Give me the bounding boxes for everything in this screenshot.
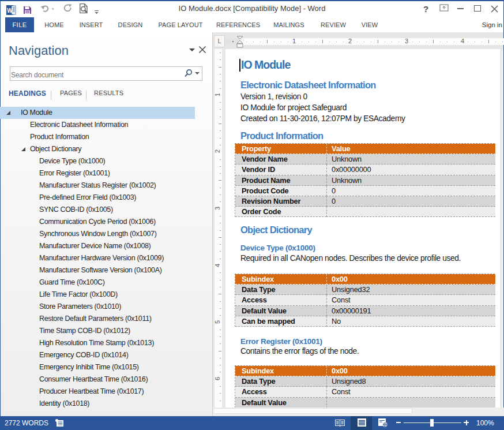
- svg-text:W: W: [7, 8, 13, 14]
